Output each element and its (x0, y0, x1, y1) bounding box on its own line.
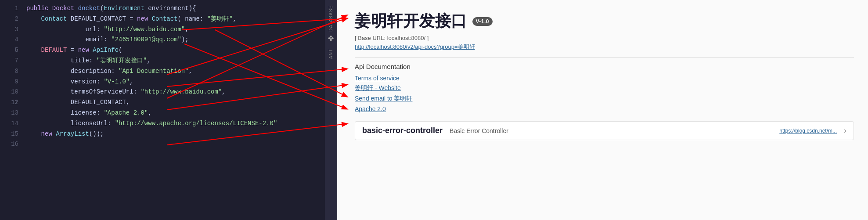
code-line: 6 DEFAULT = new ApiInfo( (0, 45, 325, 56)
code-line: 9 version: "V-1.0", (0, 77, 325, 87)
side-strip: database ✤ Ant (325, 0, 337, 220)
code-line: 15 new ArrayList()); (0, 129, 325, 140)
license-link[interactable]: Apache 2.0 (355, 105, 854, 112)
code-line: 10 termsOfServiceUrl: "http://www.baidu.… (0, 87, 325, 97)
info-links: Terms of service 姜明轩 - Website Send emai… (355, 75, 854, 112)
send-email-link[interactable]: Send email to 姜明轩 (355, 95, 854, 103)
code-line: 4 email: "2465180091@qq.com"); (0, 35, 325, 45)
chevron-right-icon: › (844, 126, 846, 135)
controller-desc: Basic Error Controller (450, 127, 508, 134)
code-line: 2 Contact DEFAULT_CONTACT = new Contact(… (0, 14, 325, 25)
code-editor: 1public Docket docket(Environment enviro… (0, 0, 325, 220)
ant-icon[interactable]: ✤ (328, 34, 334, 43)
code-line: 7 title: "姜明轩开发接口", (0, 56, 325, 66)
base-url: [ Base URL: localhost:8080/ ] (355, 35, 854, 41)
code-line: 13 license: "Apache 2.0", (0, 108, 325, 119)
api-docs-link[interactable]: http://localhost:8080/v2/api-docs?group=… (355, 43, 854, 51)
code-line: 1public Docket docket(Environment enviro… (0, 4, 325, 14)
controller-row[interactable]: basic-error-controller Basic Error Contr… (355, 121, 854, 140)
strip-label-database: database (328, 5, 333, 32)
api-header: 姜明轩开发接口 V-1.0 (355, 11, 854, 32)
section-label: Api Documentation (355, 63, 854, 70)
code-content: 1public Docket docket(Environment enviro… (0, 4, 325, 139)
strip-label-ant: Ant (328, 49, 333, 59)
version-badge: V-1.0 (472, 17, 493, 26)
controller-url[interactable]: https://blog.csdn.net/m... (779, 128, 837, 134)
website-link[interactable]: 姜明轩 - Website (355, 84, 854, 92)
code-line: 12 DEFAULT_CONTACT, (0, 97, 325, 108)
code-line: 14 licenseUrl: "http://www.apache.org/li… (0, 119, 325, 129)
api-title: 姜明轩开发接口 (355, 11, 467, 32)
code-line: 8 description: "Api Documentation", (0, 66, 325, 77)
swagger-panel: 姜明轩开发接口 V-1.0 [ Base URL: localhost:8080… (337, 0, 868, 220)
divider (355, 57, 854, 58)
code-line: 3 url: "http://www.baidu.com", (0, 25, 325, 35)
controller-name: basic-error-controller (362, 126, 443, 135)
terms-of-service-link[interactable]: Terms of service (355, 75, 854, 82)
